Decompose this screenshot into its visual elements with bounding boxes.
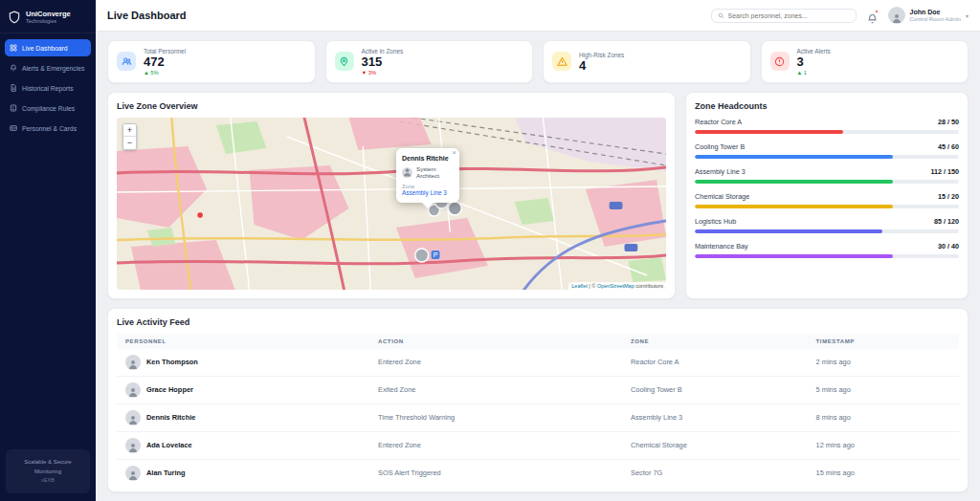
zone-headcounts-panel: Zone Headcounts Reactor Core A28 / 50 Co… [685,92,969,299]
live-activity-feed-panel: Live Activity Feed Personnel Action Zone… [107,308,969,492]
action-cell: Time Threshold Warning [369,403,622,431]
personnel-avatar [125,355,141,370]
table-row: Ada Lovelace Entered Zone Chemical Stora… [117,431,959,459]
dashboard-icon [10,44,17,52]
live-zone-overview-panel: Live Zone Overview [107,92,676,299]
zone-progress-bar [695,130,959,134]
osm-link[interactable]: OpenStreetMap [597,283,635,289]
shield-logo-icon [8,11,21,24]
sidebar-nav: Live Dashboard Alerts & Emergencies Hist… [0,33,96,145]
zone-cell: Cooling Tower B [622,376,808,403]
zone-name: Cooling Tower B [695,142,745,151]
action-cell: Entered Zone [369,431,622,459]
action-cell: Exited Zone [369,376,622,403]
notification-dot [875,10,879,13]
stat-card-high-risk-zones: High-Risk Zones 4 [543,40,751,83]
content: Total Personnel 472 ▲ 5% Active in Zones… [96,32,980,501]
footer-line2: Monitoring [10,468,86,477]
sidebar-item-alerts-emergencies[interactable]: Alerts & Emergencies [5,59,91,76]
road-shield [624,244,637,251]
personnel-name: Dennis Ritchie [146,413,195,422]
user-menu[interactable]: John Doe Control Room Admin ▾ [888,7,969,24]
checklist-icon [10,104,17,112]
sidebar-item-live-dashboard[interactable]: Live Dashboard [5,39,91,56]
column-header-zone: Zone [622,334,808,349]
popup-personnel-name: Dennis Ritchie [402,155,454,162]
sidebar-item-historical-reports[interactable]: Historical Reports [5,79,91,97]
stat-value: 472 [144,55,186,69]
footer-line1: Scalable & Secure [10,458,86,468]
action-cell: Entered Zone [369,349,622,377]
popup-avatar [402,167,412,178]
id-card-icon [10,124,17,132]
sidebar-item-label: Live Dashboard [22,45,68,52]
svg-text:P: P [434,251,438,258]
personnel-name: Ada Lovelace [146,441,192,449]
users-icon [117,52,136,71]
sidebar-item-label: Compliance Rules [22,105,75,112]
sidebar-item-personnel-cards[interactable]: Personnel & Cards [5,120,91,137]
timestamp-cell: 2 mins ago [808,349,959,377]
panel-title: Live Activity Feed [117,317,959,327]
map-canvas: P [117,118,666,290]
zone-headcount-row: Reactor Core A28 / 50 [695,118,959,134]
alert-icon [770,52,790,71]
personnel-avatar [125,410,141,425]
sidebar-item-label: Alerts & Emergencies [22,65,84,72]
zone-progress-bar [695,229,959,233]
app-root: UniConverge Technologies Live Dashboard … [0,0,980,501]
zoom-out-button[interactable]: − [123,137,136,149]
zone-map[interactable]: P + − × Dennis Ritchie [117,118,666,290]
bell-icon [10,64,17,72]
zone-count: 15 / 20 [938,192,959,201]
stat-delta: ▼ 3% [362,70,404,76]
search-input[interactable] [728,12,850,19]
notifications-bell-icon[interactable] [867,11,878,21]
sidebar-item-label: Historical Reports [22,85,74,92]
personnel-avatar [125,466,141,481]
column-header-personnel: Personnel [117,334,369,349]
personnel-avatar [125,382,141,398]
map-zoom-control: + − [122,123,137,150]
table-row: Grace Hopper Exited Zone Cooling Tower B… [117,376,959,403]
footer-version: vEXB [10,476,86,485]
stat-value: 315 [362,55,404,69]
zone-count: 28 / 50 [938,118,959,126]
zone-headcount-row: Maintenance Bay30 / 40 [695,242,959,258]
sidebar-item-compliance-rules[interactable]: Compliance Rules [5,99,91,117]
page-title: Live Dashboard [107,10,187,21]
brand-tagline: Technologies [26,18,71,24]
warning-icon [552,52,571,71]
zone-headcount-row: Chemical Storage15 / 20 [695,192,959,208]
topbar: Live Dashboard John Doe Control Room Adm… [96,0,980,32]
stat-delta: ▲ 5% [144,70,186,76]
zoom-in-button[interactable]: + [123,124,136,137]
stat-label: Total Personnel [144,48,186,54]
sidebar-footer: Scalable & Secure Monitoring vEXB [6,449,90,493]
alert-marker[interactable] [197,211,204,218]
zone-count: 85 / 120 [934,217,959,226]
zone-cell: Sector 7G [622,459,808,487]
popup-close-icon[interactable]: × [452,149,457,157]
table-row: Ken Thompson Entered Zone Reactor Core A… [117,349,959,377]
zone-count: 30 / 40 [938,242,959,250]
map-pin-icon [335,52,354,71]
zone-progress-bar [695,205,959,208]
leaflet-link[interactable]: Leaflet [571,283,588,289]
timestamp-cell: 12 mins ago [808,431,959,459]
popup-zone-value: Assembly Line 3 [402,189,454,197]
zone-progress-bar [695,254,959,258]
action-cell: SOS Alert Triggered [369,459,622,487]
zone-name: Logistics Hub [695,217,736,226]
zone-count: 112 / 150 [930,167,959,176]
activity-table: Personnel Action Zone Timestamp Ken Thom… [117,334,959,487]
zone-name: Maintenance Bay [695,242,748,250]
report-icon [10,84,17,92]
zone-progress-bar [695,155,959,159]
stat-label: High-Risk Zones [579,52,624,58]
stats-row: Total Personnel 472 ▲ 5% Active in Zones… [107,40,969,83]
popup-personnel-role: System Architect [416,165,454,181]
panel-title: Zone Headcounts [695,101,959,111]
road-shield [610,202,623,209]
search-box [711,9,857,23]
